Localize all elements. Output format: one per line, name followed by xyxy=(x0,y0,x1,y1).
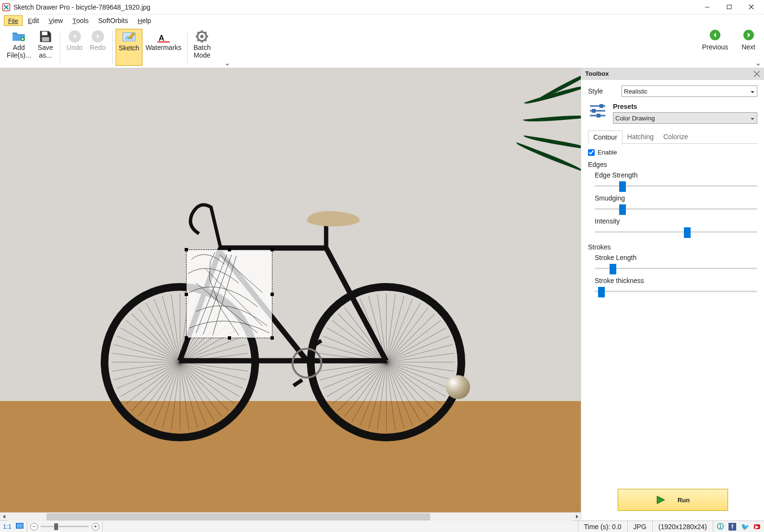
status-format: JPG xyxy=(627,521,652,532)
chevron-down-icon xyxy=(750,116,755,120)
strokes-heading: Strokes xyxy=(588,243,757,251)
toolbox-panel: Toolbox Style Realistic Presets C xyxy=(581,68,764,520)
svg-rect-14 xyxy=(592,109,596,113)
svg-rect-9 xyxy=(157,41,169,43)
redo-label: Redo xyxy=(90,44,106,51)
close-panel-icon[interactable] xyxy=(753,71,760,77)
menu-help[interactable]: Help xyxy=(133,15,155,26)
svg-rect-4 xyxy=(42,37,49,41)
undo-icon xyxy=(68,31,82,42)
status-time: Time (s): 0.0 xyxy=(578,521,627,532)
menu-file[interactable]: File xyxy=(4,15,23,26)
batch-mode-label: Batch Mode xyxy=(193,44,211,59)
toolbox-title-bar: Toolbox xyxy=(581,68,764,80)
zoom-ratio[interactable]: 1:1 xyxy=(3,523,12,530)
image-canvas[interactable] xyxy=(0,68,581,512)
undo-button[interactable]: Undo xyxy=(63,29,86,66)
smudging-slider[interactable] xyxy=(595,204,757,213)
add-files-button[interactable]: Add File(s)... xyxy=(4,29,34,66)
batch-mode-button[interactable]: Batch Mode xyxy=(190,29,213,66)
play-icon xyxy=(656,495,666,505)
svg-point-11 xyxy=(200,35,204,38)
menu-view[interactable]: View xyxy=(44,15,67,26)
canvas-area xyxy=(0,68,581,520)
menu-softorbits[interactable]: SoftOrbits xyxy=(94,15,132,26)
undo-label: Undo xyxy=(67,44,82,51)
stroke-length-label: Stroke Length xyxy=(595,254,757,261)
presets-label: Presets xyxy=(613,103,757,110)
zoom-control[interactable]: − + xyxy=(27,521,103,532)
arrow-left-icon xyxy=(710,30,720,40)
gear-icon xyxy=(195,31,209,42)
next-label: Next xyxy=(741,43,755,51)
presets-value: Color Drawing xyxy=(615,115,655,122)
maximize-button[interactable] xyxy=(718,0,740,14)
zoom-slider[interactable] xyxy=(41,526,89,527)
toolbox-title: Toolbox xyxy=(585,70,609,77)
sketch-label: Sketch xyxy=(119,44,140,52)
chevron-down-icon xyxy=(750,89,755,94)
enable-checkbox[interactable] xyxy=(588,149,595,156)
run-label: Run xyxy=(678,497,690,504)
status-dimensions: (1920x1280x24) xyxy=(652,521,713,532)
watermarks-button[interactable]: A Watermarks xyxy=(142,29,184,66)
tab-colorize[interactable]: Colorize xyxy=(658,130,693,143)
selection-rectangle[interactable] xyxy=(186,249,272,338)
sketch-button[interactable]: Sketch xyxy=(116,29,143,66)
next-button[interactable]: Next xyxy=(738,29,759,52)
tab-contour[interactable]: Contour xyxy=(588,130,623,144)
menu-edit[interactable]: Edit xyxy=(24,15,43,26)
menu-tools[interactable]: Tools xyxy=(68,15,93,26)
intensity-slider[interactable] xyxy=(595,227,757,236)
svg-rect-13 xyxy=(599,104,603,108)
toolbar: Add File(s)... Save as... Undo Redo Sket… xyxy=(0,27,764,68)
presets-select[interactable]: Color Drawing xyxy=(613,112,757,124)
redo-button[interactable]: Redo xyxy=(86,29,109,66)
smudging-label: Smudging xyxy=(595,194,757,202)
twitter-icon[interactable]: 🐦 xyxy=(741,523,749,531)
previous-button[interactable]: Previous xyxy=(698,29,732,52)
edge-strength-label: Edge Strength xyxy=(595,171,757,179)
edge-strength-slider[interactable] xyxy=(595,181,757,190)
redo-icon xyxy=(91,31,105,42)
svg-text:A: A xyxy=(159,34,165,43)
scroll-thumb[interactable] xyxy=(47,513,430,520)
sliders-icon xyxy=(588,103,607,119)
style-select[interactable]: Realistic xyxy=(622,85,757,97)
stroke-length-slider[interactable] xyxy=(595,263,757,273)
close-button[interactable] xyxy=(740,0,762,14)
effect-tabs: Contour Hatching Colorize xyxy=(588,130,757,144)
style-value: Realistic xyxy=(624,88,647,95)
run-button[interactable]: Run xyxy=(618,489,728,511)
text-a-icon: A xyxy=(157,31,170,42)
tab-hatching[interactable]: Hatching xyxy=(623,130,658,143)
edges-heading: Edges xyxy=(588,161,757,168)
status-bar: 1:1 − + Time (s): 0.0 JPG (1920x1280x24)… xyxy=(0,520,764,532)
folder-plus-icon xyxy=(12,31,25,42)
fit-screen-icon[interactable] xyxy=(15,522,24,531)
horizontal-scrollbar[interactable] xyxy=(0,512,581,520)
svg-rect-15 xyxy=(597,114,600,118)
scroll-left-icon[interactable] xyxy=(0,513,8,521)
add-files-label: Add File(s)... xyxy=(7,44,31,59)
title-bar: Sketch Drawer Pro - bicycle-789648_1920.… xyxy=(0,0,764,14)
svg-rect-3 xyxy=(42,32,47,35)
save-as-label: Save as... xyxy=(38,44,53,59)
intensity-label: Intensity xyxy=(595,217,757,225)
minimize-button[interactable] xyxy=(696,0,718,14)
scroll-right-icon[interactable] xyxy=(573,513,581,521)
save-as-button[interactable]: Save as... xyxy=(34,29,57,66)
stroke-thickness-slider[interactable] xyxy=(595,286,757,296)
facebook-icon[interactable]: f xyxy=(729,523,736,531)
window-title: Sketch Drawer Pro - bicycle-789648_1920.… xyxy=(13,3,696,11)
floppy-icon xyxy=(39,31,52,42)
arrow-right-icon xyxy=(743,30,754,40)
zoom-out-button[interactable]: − xyxy=(30,523,38,531)
info-icon[interactable]: ⓘ xyxy=(717,522,724,531)
youtube-icon[interactable]: ▶ xyxy=(754,524,760,529)
stroke-thickness-label: Stroke thickness xyxy=(595,277,757,284)
bicycle-image xyxy=(101,193,465,442)
zoom-in-button[interactable]: + xyxy=(92,523,99,531)
watermarks-label: Watermarks xyxy=(145,44,181,51)
app-icon xyxy=(2,3,11,12)
